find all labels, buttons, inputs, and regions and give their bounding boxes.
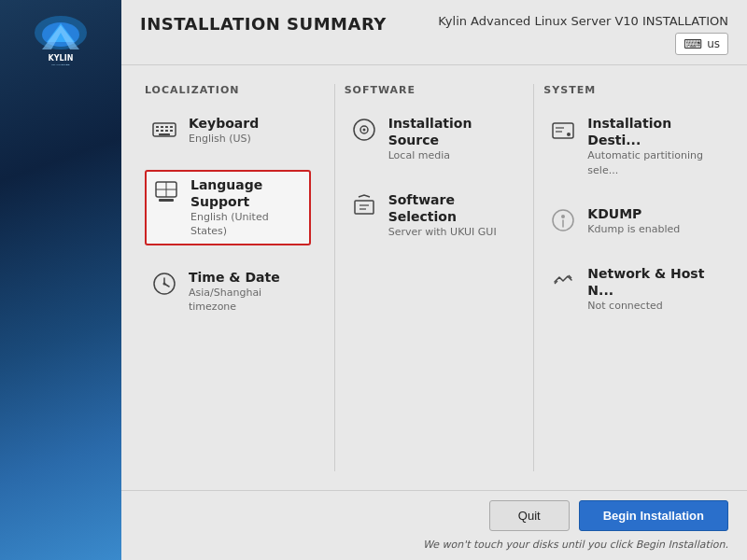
time-date-item[interactable]: Time & Date Asia/Shanghai timezone xyxy=(145,264,311,319)
software-section: SOFTWARE Installation Source Local media xyxy=(345,84,525,471)
svg-rect-14 xyxy=(170,130,173,132)
svg-point-26 xyxy=(362,129,365,132)
time-date-icon xyxy=(149,269,179,299)
svg-rect-10 xyxy=(170,126,173,128)
installation-dest-icon xyxy=(548,115,578,145)
kylin-logo: KYLIN 银河麒麟 xyxy=(28,14,93,65)
installation-source-icon xyxy=(349,115,379,145)
sections-row: LOCALIZATION xyxy=(145,84,724,471)
installation-source-sublabel: Local media xyxy=(388,148,506,162)
svg-text:银河麒麟: 银河麒麟 xyxy=(50,63,70,65)
language-support-sublabel: English (United States) xyxy=(190,210,304,239)
svg-rect-12 xyxy=(161,130,163,132)
keyboard-label: us xyxy=(707,37,720,50)
divider-1 xyxy=(334,84,335,471)
language-support-item[interactable]: Language Support English (United States) xyxy=(145,170,311,245)
installation-source-item[interactable]: Installation Source Local media xyxy=(345,110,511,168)
svg-point-31 xyxy=(567,133,571,136)
keyboard-icon: ⌨ xyxy=(684,36,702,51)
svg-rect-8 xyxy=(161,126,163,128)
network-host-sublabel: Not connected xyxy=(587,299,705,313)
sidebar: KYLIN 银河麒麟 xyxy=(0,0,121,560)
system-section: SYSTEM Installation Desti... Automatic xyxy=(543,84,724,471)
kdump-icon xyxy=(548,205,578,235)
kdump-label: KDUMP xyxy=(587,205,680,222)
main-panel: INSTALLATION SUMMARY Kylin Advanced Linu… xyxy=(121,0,747,560)
installation-dest-text: Installation Desti... Automatic partitio… xyxy=(587,115,705,177)
network-host-item[interactable]: Network & Host N... Not connected xyxy=(543,260,710,318)
software-selection-label: Software Selection xyxy=(388,191,506,225)
footer-note: We won't touch your disks until you clic… xyxy=(423,539,728,551)
time-date-sublabel: Asia/Shanghai timezone xyxy=(189,286,306,315)
software-selection-text: Software Selection Server with UKUI GUI xyxy=(388,191,506,240)
svg-rect-19 xyxy=(159,199,174,202)
keyboard-item-icon xyxy=(149,115,179,145)
svg-rect-7 xyxy=(156,126,159,128)
header-subtitle: Kylin Advanced Linux Server V10 INSTALLA… xyxy=(438,14,728,28)
svg-text:KYLIN: KYLIN xyxy=(49,54,74,63)
localization-title: LOCALIZATION xyxy=(145,84,311,96)
keyboard-item-text: Keyboard English (US) xyxy=(189,115,259,147)
keyboard-item-sublabel: English (US) xyxy=(189,132,259,146)
installation-dest-label: Installation Desti... xyxy=(587,115,705,148)
logo-container: KYLIN 银河麒麟 xyxy=(28,14,93,65)
language-support-label: Language Support xyxy=(190,176,304,210)
network-host-icon xyxy=(548,265,578,295)
footer-buttons: Quit Begin Installation xyxy=(489,500,728,531)
kdump-sublabel: Kdump is enabled xyxy=(587,222,680,236)
header-right: Kylin Advanced Linux Server V10 INSTALLA… xyxy=(438,14,728,55)
software-selection-sublabel: Server with UKUI GUI xyxy=(388,225,506,239)
keyboard-item-label: Keyboard xyxy=(189,115,259,132)
installation-source-label: Installation Source xyxy=(388,115,506,148)
header: INSTALLATION SUMMARY Kylin Advanced Linu… xyxy=(121,0,747,65)
svg-point-23 xyxy=(163,282,166,285)
time-date-label: Time & Date xyxy=(189,269,306,286)
svg-rect-27 xyxy=(355,201,374,214)
time-date-text: Time & Date Asia/Shanghai timezone xyxy=(189,269,306,315)
svg-point-35 xyxy=(561,215,565,218)
page-title: INSTALLATION SUMMARY xyxy=(140,14,387,34)
software-selection-icon xyxy=(349,191,379,221)
svg-rect-15 xyxy=(159,133,170,135)
localization-section: LOCALIZATION xyxy=(145,84,325,471)
svg-rect-30 xyxy=(553,123,573,138)
installation-dest-sublabel: Automatic partitioning sele... xyxy=(587,148,705,177)
keyboard-item[interactable]: Keyboard English (US) xyxy=(145,110,311,151)
quit-button[interactable]: Quit xyxy=(489,500,570,531)
keyboard-badge[interactable]: ⌨ us xyxy=(675,33,728,55)
svg-rect-13 xyxy=(165,130,168,132)
software-title: SOFTWARE xyxy=(345,84,511,96)
svg-rect-9 xyxy=(165,126,168,128)
installation-dest-item[interactable]: Installation Desti... Automatic partitio… xyxy=(543,110,710,182)
svg-rect-11 xyxy=(156,130,159,132)
language-support-text: Language Support English (United States) xyxy=(190,176,304,239)
footer: Quit Begin Installation We won't touch y… xyxy=(121,490,747,560)
network-host-text: Network & Host N... Not connected xyxy=(587,265,705,314)
system-title: SYSTEM xyxy=(543,84,710,96)
kdump-item[interactable]: KDUMP Kdump is enabled xyxy=(543,201,710,242)
installation-source-text: Installation Source Local media xyxy=(388,115,506,163)
language-support-icon xyxy=(151,176,181,206)
network-host-label: Network & Host N... xyxy=(587,265,705,299)
content-area: LOCALIZATION xyxy=(121,65,747,490)
begin-installation-button[interactable]: Begin Installation xyxy=(579,500,728,531)
divider-2 xyxy=(533,84,534,471)
software-selection-item[interactable]: Software Selection Server with UKUI GUI xyxy=(345,187,511,245)
kdump-text: KDUMP Kdump is enabled xyxy=(587,205,680,237)
